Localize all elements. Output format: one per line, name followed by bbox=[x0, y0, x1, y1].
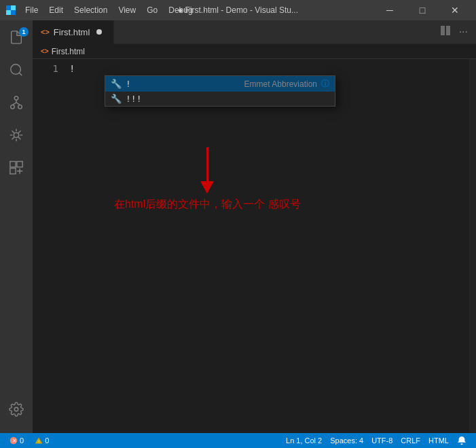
status-encoding[interactable]: UTF-8 bbox=[367, 433, 397, 448]
arrow-line bbox=[206, 147, 208, 181]
autocomplete-item-0[interactable]: 🔧 ! Emmet Abbreviation ⓘ bbox=[105, 76, 335, 92]
app-icon bbox=[5, 5, 16, 16]
editor-scrollbar[interactable] bbox=[469, 59, 476, 433]
extensions-icon bbox=[9, 160, 24, 179]
menu-file[interactable]: File bbox=[20, 4, 43, 16]
tab-file-icon: <> bbox=[41, 28, 50, 36]
warning-count: 0 bbox=[45, 436, 49, 445]
svg-point-7 bbox=[11, 105, 15, 109]
error-count: 0 bbox=[20, 436, 24, 445]
source-control-icon bbox=[9, 95, 24, 114]
breadcrumb: <> First.html bbox=[33, 44, 476, 59]
autocomplete-item-1[interactable]: 🔧 !!! bbox=[105, 92, 335, 106]
activity-search[interactable] bbox=[0, 56, 33, 88]
status-language[interactable]: HTML bbox=[424, 433, 453, 448]
menu-edit[interactable]: Edit bbox=[44, 4, 68, 16]
svg-rect-14 bbox=[17, 162, 22, 167]
status-notifications[interactable] bbox=[453, 433, 471, 448]
status-left: ✕ 0 ! 0 bbox=[5, 433, 53, 448]
svg-rect-3 bbox=[11, 10, 16, 15]
breadcrumb-path: First.html bbox=[52, 47, 85, 56]
more-actions-button[interactable]: ··· bbox=[456, 24, 471, 39]
file-tab[interactable]: <> First.html bbox=[33, 20, 114, 44]
editor-content[interactable]: 1 ! 🔧 ! Emmet Abbreviation ⓘ 🔧 !!! bbox=[33, 59, 476, 433]
search-icon bbox=[9, 62, 24, 81]
svg-rect-15 bbox=[10, 168, 16, 174]
debug-icon bbox=[9, 128, 24, 147]
activity-source-control[interactable] bbox=[0, 88, 33, 121]
svg-line-11 bbox=[16, 102, 20, 105]
explorer-badge: 1 bbox=[19, 27, 29, 37]
activity-debug[interactable] bbox=[0, 121, 33, 153]
settings-icon bbox=[9, 402, 24, 421]
svg-rect-2 bbox=[6, 10, 11, 15]
window-controls: ─ □ ✕ bbox=[374, 0, 471, 20]
minimize-button[interactable]: ─ bbox=[374, 0, 405, 20]
svg-point-4 bbox=[11, 64, 21, 75]
split-editor-button[interactable] bbox=[437, 24, 454, 40]
code-area[interactable]: ! 🔧 ! Emmet Abbreviation ⓘ 🔧 !!! bbox=[67, 59, 469, 433]
autocomplete-label-0: ! bbox=[126, 79, 240, 89]
line-number-1: 1 bbox=[33, 62, 58, 75]
status-bar: ✕ 0 ! 0 Ln 1, Col 2 Spaces: 4 UTF-8 CRLF… bbox=[0, 433, 476, 448]
close-button[interactable]: ✕ bbox=[439, 0, 471, 20]
svg-text:✕: ✕ bbox=[12, 438, 17, 444]
svg-rect-0 bbox=[6, 5, 11, 10]
activity-bar: 1 bbox=[0, 20, 33, 433]
autocomplete-icon-0: 🔧 bbox=[111, 79, 122, 89]
activity-settings[interactable] bbox=[0, 395, 33, 428]
status-right: Ln 1, Col 2 Spaces: 4 UTF-8 CRLF HTML bbox=[282, 433, 471, 448]
svg-line-5 bbox=[19, 73, 22, 75]
svg-rect-13 bbox=[10, 162, 16, 167]
autocomplete-info-icon[interactable]: ⓘ bbox=[321, 78, 329, 90]
svg-rect-1 bbox=[11, 5, 16, 10]
tab-filename: First.html bbox=[54, 27, 90, 37]
titlebar: File Edit Selection View Go Debug ··· ● … bbox=[0, 0, 476, 20]
autocomplete-icon-1: 🔧 bbox=[111, 94, 122, 104]
autocomplete-dropdown[interactable]: 🔧 ! Emmet Abbreviation ⓘ 🔧 !!! bbox=[105, 75, 335, 107]
autocomplete-label-1: !!! bbox=[126, 94, 325, 104]
svg-point-12 bbox=[14, 132, 18, 137]
activity-extensions[interactable] bbox=[0, 153, 33, 186]
tab-modified-dot bbox=[96, 29, 102, 35]
svg-point-16 bbox=[14, 407, 18, 411]
annotation: 在html后缀的文件中，输入一个 感叹号 bbox=[114, 147, 301, 212]
menu-view[interactable]: View bbox=[113, 4, 141, 16]
status-warnings[interactable]: ! 0 bbox=[31, 433, 53, 448]
line-numbers: 1 bbox=[33, 59, 67, 433]
annotation-text: 在html后缀的文件中，输入一个 感叹号 bbox=[114, 198, 301, 212]
main-layout: 1 bbox=[0, 20, 476, 433]
tab-actions: ··· bbox=[437, 24, 476, 40]
tab-bar: <> First.html ··· bbox=[33, 20, 476, 44]
breadcrumb-file-icon: <> bbox=[41, 48, 49, 55]
svg-point-8 bbox=[18, 105, 22, 109]
status-line-ending[interactable]: CRLF bbox=[397, 433, 424, 448]
editor-area: <> First.html ··· <> First.html 1 bbox=[33, 20, 476, 433]
arrow-head bbox=[200, 181, 214, 193]
activity-explorer[interactable]: 1 bbox=[0, 23, 33, 56]
annotation-arrow bbox=[114, 147, 301, 193]
window-title: ● First.html - Demo - Visual Stu... bbox=[178, 5, 298, 15]
code-line-1: ! bbox=[67, 62, 469, 75]
svg-point-6 bbox=[14, 96, 18, 100]
menu-selection[interactable]: Selection bbox=[69, 4, 112, 16]
maximize-button[interactable]: □ bbox=[407, 0, 438, 20]
status-spaces[interactable]: Spaces: 4 bbox=[326, 433, 367, 448]
autocomplete-type-0: Emmet Abbreviation bbox=[244, 79, 317, 89]
status-position[interactable]: Ln 1, Col 2 bbox=[282, 433, 326, 448]
status-errors[interactable]: ✕ 0 bbox=[5, 433, 28, 448]
menu-go[interactable]: Go bbox=[142, 4, 162, 16]
svg-line-10 bbox=[13, 102, 17, 105]
